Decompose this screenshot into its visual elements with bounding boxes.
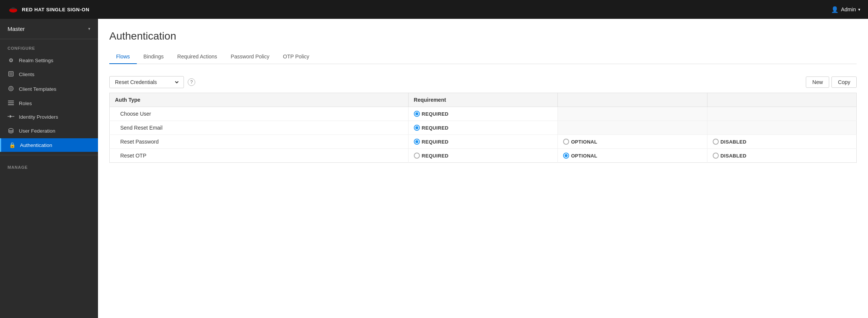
brand-name: RED HAT SINGLE SIGN-ON [22,7,89,12]
radio-required[interactable] [414,111,420,117]
sidebar-item-label: Authentication [20,142,52,148]
flow-selector[interactable]: Reset Credentials Browser Direct Grant R… [109,76,184,88]
disabled-cell[interactable]: DISABLED [707,135,856,149]
tab-required-actions[interactable]: Required Actions [170,50,224,64]
flow-select-input[interactable]: Reset Credentials Browser Direct Grant R… [113,79,180,86]
roles-icon [8,100,14,106]
empty-cell [558,107,707,121]
svg-rect-2 [9,72,12,75]
col-requirement: Requirement [408,93,557,107]
authentication-icon: 🔒 [9,142,15,148]
help-icon[interactable]: ? [188,78,195,86]
requirement-cell-1[interactable]: REQUIRED [408,107,557,121]
radio-disabled[interactable] [713,139,719,145]
sidebar-item-roles[interactable]: Roles [0,96,98,110]
table-row: Choose User REQUIRED [110,107,857,121]
user-icon: 👤 [831,6,839,13]
sidebar-item-label: Realm Settings [19,58,54,63]
realm-selector[interactable]: Master ▾ [0,19,98,39]
sidebar-item-label: User Federation [19,128,55,134]
clients-icon [8,71,14,78]
page-title: Authentication [109,30,857,42]
auth-type-cell: Reset Password [110,135,409,149]
identity-providers-icon [8,114,14,120]
realm-chevron-icon: ▾ [88,26,90,31]
realm-label: Master [8,26,25,32]
table-row: Send Reset Email REQUIRED [110,121,857,135]
disabled-cell[interactable]: DISABLED [707,149,856,163]
auth-type-cell: Reset OTP [110,149,409,163]
radio-disabled[interactable] [713,153,719,159]
top-header: RED HAT SINGLE SIGN-ON 👤 Admin ▾ [0,0,868,19]
redhat-logo-icon [8,4,19,15]
col-req2 [558,93,707,107]
radio-optional[interactable] [563,139,569,145]
user-menu-chevron-icon: ▾ [858,7,860,12]
realm-settings-icon: ⚙ [8,57,14,63]
empty-cell [558,121,707,135]
user-federation-icon [8,127,14,135]
sidebar-item-label: Roles [19,101,32,106]
svg-marker-11 [10,115,12,118]
tab-password-policy[interactable]: Password Policy [224,50,276,64]
svg-rect-6 [8,101,14,101]
toolbar-left: Reset Credentials Browser Direct Grant R… [109,76,195,88]
new-button[interactable]: New [806,76,829,88]
table-row: Reset Password REQUIRED OPTIONAL [110,135,857,149]
optional-cell[interactable]: OPTIONAL [558,135,707,149]
manage-section-label: Manage [0,158,98,173]
sidebar-item-user-federation[interactable]: User Federation [0,124,98,138]
sidebar-item-identity-providers[interactable]: Identity Providers [0,110,98,124]
requirement-cell-3[interactable]: REQUIRED [408,135,557,149]
sidebar-item-label: Clients [19,72,34,77]
client-templates-icon [8,86,14,93]
svg-point-14 [9,128,13,131]
tab-bindings[interactable]: Bindings [137,50,171,64]
tab-otp-policy[interactable]: OTP Policy [276,50,316,64]
requirement-cell-4[interactable]: REQUIRED [408,149,557,163]
sidebar: Master ▾ Configure ⚙ Realm Settings Clie… [0,19,98,318]
sidebar-item-label: Client Templates [19,86,57,92]
auth-type-cell: Choose User [110,107,409,121]
svg-point-5 [11,88,11,89]
svg-rect-8 [8,104,14,105]
tabs-container: Flows Bindings Required Actions Password… [109,50,857,64]
sidebar-item-realm-settings[interactable]: ⚙ Realm Settings [0,54,98,67]
requirement-cell-2[interactable]: REQUIRED [408,121,557,135]
auth-flows-table: Auth Type Requirement Choose User REQUIR… [109,93,857,163]
radio-required[interactable] [414,139,420,145]
tab-flows[interactable]: Flows [109,50,137,64]
sidebar-divider [0,155,98,155]
configure-section-label: Configure [0,39,98,54]
col-req3 [707,93,856,107]
empty-cell [707,121,856,135]
radio-required[interactable] [414,153,420,159]
radio-required[interactable] [414,125,420,131]
sidebar-item-clients[interactable]: Clients [0,67,98,82]
flows-toolbar: Reset Credentials Browser Direct Grant R… [109,72,857,93]
brand-logo: RED HAT SINGLE SIGN-ON [8,4,89,15]
svg-rect-7 [8,102,14,103]
table-row: Reset OTP REQUIRED OPTIONAL [110,149,857,163]
empty-cell [707,107,856,121]
user-menu[interactable]: 👤 Admin ▾ [831,6,860,13]
sidebar-item-authentication[interactable]: 🔒 Authentication [0,138,98,152]
sidebar-item-client-templates[interactable]: Client Templates [0,82,98,96]
user-label: Admin [841,6,856,12]
col-auth-type: Auth Type [110,93,409,107]
toolbar-right: New Copy [806,76,857,88]
sidebar-item-label: Identity Providers [19,114,58,120]
radio-optional[interactable] [563,153,569,159]
copy-button[interactable]: Copy [831,76,857,88]
main-content: Authentication Flows Bindings Required A… [98,19,868,318]
auth-type-cell: Send Reset Email [110,121,409,135]
optional-cell[interactable]: OPTIONAL [558,149,707,163]
